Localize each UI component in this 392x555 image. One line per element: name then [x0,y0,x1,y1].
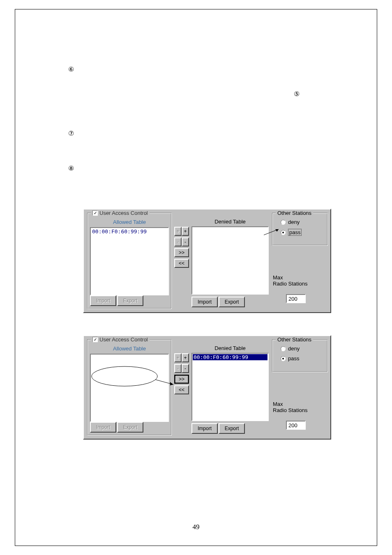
page-number: 49 [0,523,392,531]
allowed-import-button[interactable]: Import [90,295,116,306]
allowed-remove-button-disabled[interactable]: - [174,364,182,373]
denied-add-button[interactable]: + [182,353,189,362]
denied-import-button[interactable]: Import [191,423,218,434]
allowed-fieldset: ✓ User Access Control Allowed Table Impo… [87,339,172,435]
denied-add-button[interactable]: + [182,227,189,236]
allowed-item[interactable]: 00:00:F0:60:99:99 [91,228,168,235]
pass-label: pass [288,355,299,362]
allowed-table-label: Allowed Table [88,345,171,352]
denied-remove-button[interactable]: - [182,237,189,246]
denied-listbox[interactable]: 00:00:F0:60:99:99 [191,353,269,421]
transfer-buttons: + + - - >> << [174,353,189,394]
pass-radio[interactable]: pass [281,229,302,236]
radio-icon [281,220,286,225]
allowed-listbox[interactable] [90,354,169,422]
other-stations-fieldset: Other Stations deny pass [272,339,328,372]
radio-icon [281,356,286,361]
checkbox-icon: ✓ [92,210,98,216]
max-radio-stations-input[interactable]: 200 [286,421,306,430]
denied-import-button[interactable]: Import [191,297,218,307]
denied-listbox[interactable] [191,226,269,295]
marker-7: ⑦ [68,129,74,137]
allowed-remove-button-disabled[interactable]: - [174,237,182,246]
user-access-control-panel-1: ✓ User Access Control Allowed Table 00:0… [83,209,331,313]
pass-label: pass [288,229,302,236]
denied-table-label: Denied Table [191,219,269,225]
denied-item[interactable]: 00:00:F0:60:99:99 [193,354,267,360]
max-radio-stations-label: Max Radio Stations [273,401,322,413]
max-radio-stations-label: Max Radio Stations [273,274,322,287]
other-stations-title: Other Stations [276,336,313,343]
transfer-buttons: + + - - >> << [174,227,189,268]
pass-radio[interactable]: pass [281,355,299,362]
user-access-control-panel-2: ✓ User Access Control Allowed Table Impo… [83,335,331,440]
deny-radio[interactable]: deny [281,219,300,225]
allowed-add-button-disabled[interactable]: + [174,227,182,236]
user-access-control-label: User Access Control [99,336,148,343]
allowed-listbox[interactable]: 00:00:F0:60:99:99 [90,227,169,295]
max-radio-stations-input[interactable]: 200 [286,294,306,303]
allowed-export-button[interactable]: Export [117,295,143,306]
denied-export-button[interactable]: Export [219,423,245,434]
move-left-button[interactable]: << [174,259,189,268]
user-access-control-checkbox[interactable]: ✓ User Access Control [91,210,150,216]
deny-radio[interactable]: deny [281,345,300,352]
move-right-button[interactable]: >> [174,248,189,257]
allowed-import-button[interactable]: Import [90,422,116,433]
denied-area: Denied Table 00:00:F0:60:99:99 [191,345,269,421]
radio-icon [281,346,286,351]
marker-6: ⑥ [68,65,74,73]
user-access-control-checkbox[interactable]: ✓ User Access Control [91,336,150,343]
allowed-fieldset: ✓ User Access Control Allowed Table 00:0… [87,213,172,309]
other-stations-title: Other Stations [276,210,313,216]
other-stations-fieldset: Other Stations deny pass [272,213,328,246]
user-access-control-label: User Access Control [99,210,148,216]
radio-icon [281,230,286,235]
denied-table-label: Denied Table [191,345,269,351]
denied-remove-button[interactable]: - [182,364,189,373]
marker-8: ⑧ [68,164,74,172]
deny-label: deny [288,219,300,225]
checkbox-icon: ✓ [92,337,98,342]
denied-export-button[interactable]: Export [219,297,245,307]
move-left-button[interactable]: << [174,385,189,394]
move-right-button[interactable]: >> [174,375,189,384]
denied-area: Denied Table [191,219,269,295]
allowed-table-label: Allowed Table [88,219,171,225]
allowed-export-button[interactable]: Export [117,422,143,433]
marker-5: ⑤ [294,90,300,98]
deny-label: deny [288,345,300,352]
allowed-add-button-disabled[interactable]: + [174,353,182,362]
